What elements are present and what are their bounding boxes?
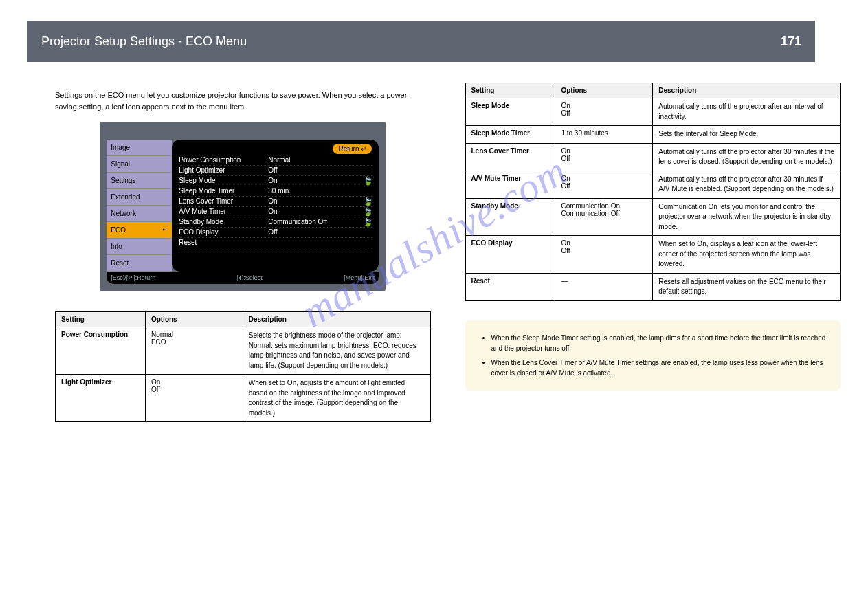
note-bullet: When the Sleep Mode Timer setting is ena…	[491, 333, 827, 353]
cell-options: NormalECO	[145, 327, 243, 375]
leaf-icon: 🍃	[363, 197, 373, 206]
t1-header-description: Description	[243, 312, 430, 327]
header-bar: Projector Setup Settings - ECO Menu 171	[27, 21, 815, 62]
osd-footer-center: [♦]:Select	[237, 274, 263, 281]
osd-row[interactable]: Light OptimizerOff	[179, 166, 372, 176]
osd-tab-extended[interactable]: Extended	[107, 189, 172, 206]
osd-tab-network[interactable]: Network	[107, 206, 172, 222]
cell-options: 1 to 30 minutes	[555, 126, 653, 144]
cell-setting: Power Consumption	[56, 327, 146, 375]
note-box: When the Sleep Mode Timer setting is ena…	[465, 320, 841, 391]
cell-description: Automatically turns off the projector af…	[653, 171, 841, 198]
note-bullet: When the Lens Cover Timer or A/V Mute Ti…	[491, 358, 827, 378]
osd-row[interactable]: Power ConsumptionNormal	[179, 155, 372, 166]
osd-row[interactable]: Sleep Mode Timer30 min.	[179, 186, 372, 197]
osd-row-key: Sleep Mode Timer	[179, 186, 268, 196]
osd-footer: [Esc]/[↵]:Return [♦]:Select [Menu]:Exit	[107, 272, 379, 284]
leaf-icon: 🍃	[363, 176, 373, 186]
cell-options: OnOff	[555, 171, 653, 198]
osd-row[interactable]: A/V Mute TimerOn🍃	[179, 207, 372, 217]
osd-tab-eco[interactable]: ECO	[107, 222, 172, 239]
cell-options: Communication OnCommunication Off	[555, 198, 653, 236]
osd-row-value: On	[268, 176, 372, 186]
osd-row-value: Communication Off	[268, 217, 372, 227]
osd-row-key: Standby Mode	[179, 217, 268, 227]
osd-row[interactable]: Lens Cover TimerOn🍃	[179, 197, 372, 207]
page-number: 171	[781, 34, 801, 49]
osd-row[interactable]: Standby ModeCommunication Off🍃	[179, 217, 372, 228]
right-column: Setting Options Description Sleep ModeOn…	[465, 83, 841, 391]
cell-setting: Light Optimizer	[56, 375, 146, 422]
cell-setting: Sleep Mode	[465, 98, 555, 126]
cell-setting: Lens Cover Timer	[465, 143, 555, 171]
osd-row[interactable]: ECO DisplayOff	[179, 228, 372, 238]
osd-row-value: Normal	[268, 155, 372, 165]
leaf-icon: 🍃	[363, 217, 373, 227]
osd-footer-left: [Esc]/[↵]:Return	[111, 274, 155, 281]
left-column: Settings on the ECO menu let you customi…	[55, 83, 431, 422]
osd-row-key: A/V Mute Timer	[179, 207, 268, 217]
osd-tab-image[interactable]: Image	[107, 140, 172, 156]
cell-options: OnOff	[555, 143, 653, 171]
table-row: Reset—Resets all adjustment values on th…	[465, 273, 841, 300]
t1-header-options: Options	[145, 312, 243, 327]
cell-description: Communication On lets you monitor and co…	[653, 198, 841, 236]
osd-row-key: Power Consumption	[179, 155, 268, 165]
osd-tabs: Image Signal Settings Extended Network E…	[107, 140, 172, 272]
settings-table-2: Setting Options Description Sleep ModeOn…	[465, 83, 841, 301]
cell-options: —	[555, 273, 653, 300]
osd-tab-reset[interactable]: Reset	[107, 255, 172, 272]
cell-options: OnOff	[555, 236, 653, 274]
osd-row-value: On	[268, 207, 372, 217]
cell-setting: ECO Display	[465, 236, 555, 274]
osd-panel: Return ↵ Power ConsumptionNormalLight Op…	[172, 140, 379, 272]
osd-row-value: 30 min.	[268, 186, 372, 196]
cell-options: OnOff	[555, 98, 653, 126]
cell-description: Automatically turns off the projector af…	[653, 143, 841, 171]
osd-row-key: Sleep Mode	[179, 176, 268, 186]
table-row: Standby ModeCommunication OnCommunicatio…	[465, 198, 841, 236]
cell-description: Automatically turns off the projector af…	[653, 98, 841, 126]
t2-header-description: Description	[653, 83, 841, 98]
cell-setting: Sleep Mode Timer	[465, 126, 555, 144]
osd-row-key: Lens Cover Timer	[179, 197, 268, 206]
osd-row[interactable]: Reset	[179, 238, 372, 248]
table-row: Sleep Mode Timer1 to 30 minutesSets the …	[465, 126, 841, 144]
t2-header-setting: Setting	[465, 83, 555, 98]
cell-description: Selects the brightness mode of the proje…	[243, 327, 430, 375]
settings-table-1: Setting Options Description Power Consum…	[55, 311, 431, 422]
osd-row-key: Reset	[179, 238, 268, 248]
osd-return-button[interactable]: Return ↵	[333, 144, 372, 154]
osd-row-key: Light Optimizer	[179, 166, 268, 175]
cell-description: When set to On, displays a leaf icon at …	[653, 236, 841, 274]
table-row: Lens Cover TimerOnOffAutomatically turns…	[465, 143, 841, 171]
osd-footer-right: [Menu]:Exit	[344, 274, 375, 281]
osd-row-value: Off	[268, 166, 372, 175]
cell-description: Resets all adjustment values on the ECO …	[653, 273, 841, 300]
osd-row-value: On	[268, 197, 372, 206]
table-row: ECO DisplayOnOffWhen set to On, displays…	[465, 236, 841, 274]
table-row: Sleep ModeOnOffAutomatically turns off t…	[465, 98, 841, 126]
page-title: Projector Setup Settings - ECO Menu	[41, 34, 247, 49]
cell-setting: Standby Mode	[465, 198, 555, 236]
osd-row-value: Off	[268, 228, 372, 237]
t1-header-setting: Setting	[56, 312, 146, 327]
osd-row-key: ECO Display	[179, 228, 268, 237]
t2-header-options: Options	[555, 83, 653, 98]
osd-tab-info[interactable]: Info	[107, 239, 172, 255]
note-list: When the Sleep Mode Timer setting is ena…	[491, 333, 827, 378]
table-row: Power ConsumptionNormalECOSelects the br…	[56, 327, 431, 375]
leaf-icon: 🍃	[363, 207, 373, 217]
cell-setting: A/V Mute Timer	[465, 171, 555, 198]
table-row: Light OptimizerOnOffWhen set to On, adju…	[56, 375, 431, 422]
cell-description: Sets the interval for Sleep Mode.	[653, 126, 841, 144]
table-row: A/V Mute TimerOnOffAutomatically turns o…	[465, 171, 841, 198]
osd-row[interactable]: Sleep ModeOn🍃	[179, 176, 372, 186]
cell-description: When set to On, adjusts the amount of li…	[243, 375, 430, 422]
osd-screenshot: Image Signal Settings Extended Network E…	[100, 122, 386, 291]
osd-tab-settings[interactable]: Settings	[107, 173, 172, 189]
cell-setting: Reset	[465, 273, 555, 300]
osd-return-area: Return ↵	[179, 144, 372, 154]
osd-tab-signal[interactable]: Signal	[107, 156, 172, 173]
cell-options: OnOff	[145, 375, 243, 422]
